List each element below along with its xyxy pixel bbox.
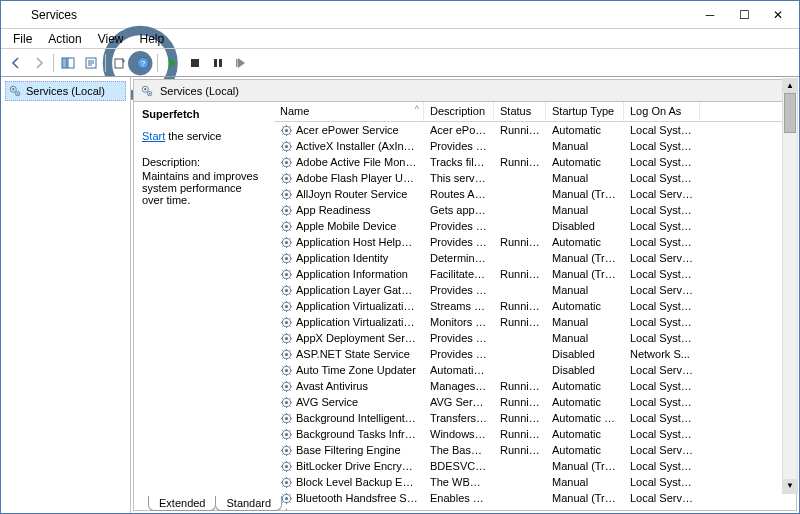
service-name-cell: BitLocker Drive Encryption S...	[274, 460, 424, 473]
gears-icon	[140, 84, 154, 98]
restart-service-button[interactable]	[230, 52, 252, 74]
service-row[interactable]: Auto Time Zone Updater Automatical... Di…	[274, 362, 796, 378]
column-name[interactable]: Name	[274, 102, 424, 121]
menu-file[interactable]: File	[5, 30, 40, 48]
scroll-thumb[interactable]	[784, 93, 796, 133]
service-action: Start the service	[142, 130, 266, 142]
scroll-down-arrow[interactable]: ▼	[783, 479, 797, 493]
service-row[interactable]: Bluetooth Support Service The Bluetoo...…	[274, 506, 796, 510]
service-startup-cell: Manual	[546, 284, 624, 296]
scroll-up-arrow[interactable]: ▲	[783, 79, 797, 93]
show-hide-tree-button[interactable]	[57, 52, 79, 74]
service-row[interactable]: Apple Mobile Device Provides the... Disa…	[274, 218, 796, 234]
service-startup-cell: Automatic	[546, 156, 624, 168]
tab-standard[interactable]: Standard	[215, 496, 282, 511]
service-row[interactable]: Application Layer Gateway S... Provides …	[274, 282, 796, 298]
service-name-cell: Background Tasks Infrastruc...	[274, 428, 424, 441]
service-startup-cell: Automatic	[546, 300, 624, 312]
service-row[interactable]: ActiveX Installer (AxInstSV) Provides Us…	[274, 138, 796, 154]
service-name-cell: Application Virtualization Se...	[274, 316, 424, 329]
help-button[interactable]: ?	[132, 52, 154, 74]
menu-help[interactable]: Help	[132, 30, 173, 48]
service-name-cell: AllJoyn Router Service	[274, 188, 424, 201]
service-status-cell: Running	[494, 396, 546, 408]
service-startup-cell: Manual (Trig...	[546, 508, 624, 510]
service-row[interactable]: ASP.NET State Service Provides su... Dis…	[274, 346, 796, 362]
service-row[interactable]: Application Virtualization Se... Monitor…	[274, 314, 796, 330]
service-row[interactable]: BitLocker Drive Encryption S... BDESVC h…	[274, 458, 796, 474]
service-row[interactable]: Adobe Active File Monitor V8 Tracks file…	[274, 154, 796, 170]
menu-action[interactable]: Action	[40, 30, 89, 48]
window-title: Services	[31, 8, 693, 22]
service-startup-cell: Manual (Trig...	[546, 252, 624, 264]
service-desc-cell: Gets apps r...	[424, 204, 494, 216]
column-startup[interactable]: Startup Type	[546, 102, 624, 121]
service-name-cell: ASP.NET State Service	[274, 348, 424, 361]
pause-service-button[interactable]	[207, 52, 229, 74]
service-row[interactable]: App Readiness Gets apps r... Manual Loca…	[274, 202, 796, 218]
content-title: Services (Local)	[160, 85, 239, 97]
service-name-cell: Apple Mobile Device	[274, 220, 424, 233]
service-row[interactable]: Avast Antivirus Manages an... Running Au…	[274, 378, 796, 394]
service-row[interactable]: Application Virtualization Cli... Stream…	[274, 298, 796, 314]
service-startup-cell: Automatic	[546, 236, 624, 248]
service-row[interactable]: AllJoyn Router Service Routes AllJo... M…	[274, 186, 796, 202]
service-status-cell: Running	[494, 156, 546, 168]
properties-button[interactable]	[80, 52, 102, 74]
service-startup-cell: Automatic	[546, 396, 624, 408]
menu-view[interactable]: View	[90, 30, 132, 48]
service-logon-cell: Local System	[624, 156, 700, 168]
export-list-button[interactable]	[109, 52, 131, 74]
tab-extended[interactable]: Extended	[148, 496, 216, 511]
service-row[interactable]: AppX Deployment Service (A... Provides i…	[274, 330, 796, 346]
service-startup-cell: Manual	[546, 476, 624, 488]
service-logon-cell: Local System	[624, 428, 700, 440]
close-button[interactable]: ✕	[761, 4, 795, 26]
service-row[interactable]: Application Information Facilitates t...…	[274, 266, 796, 282]
minimize-button[interactable]: ─	[693, 4, 727, 26]
service-row[interactable]: Background Tasks Infrastruc... Windows i…	[274, 426, 796, 442]
column-description[interactable]: Description	[424, 102, 494, 121]
service-row[interactable]: Application Identity Determines ... Manu…	[274, 250, 796, 266]
column-status[interactable]: Status	[494, 102, 546, 121]
list-rows: Acer ePower Service Acer ePower... Runni…	[274, 122, 796, 510]
service-startup-cell: Manual	[546, 172, 624, 184]
service-startup-cell: Manual (Trig...	[546, 268, 624, 280]
service-name-cell: App Readiness	[274, 204, 424, 217]
service-desc-cell: AVG Service	[424, 396, 494, 408]
gear-icon	[280, 236, 293, 249]
service-row[interactable]: Background Intelligent Trans... Transfer…	[274, 410, 796, 426]
service-logon-cell: Local System	[624, 236, 700, 248]
service-startup-cell: Manual	[546, 316, 624, 328]
toolbar: ?	[1, 49, 799, 77]
service-logon-cell: Local System	[624, 412, 700, 424]
start-link[interactable]: Start	[142, 130, 165, 142]
service-logon-cell: Local System	[624, 220, 700, 232]
service-logon-cell: Local System	[624, 316, 700, 328]
back-button[interactable]	[5, 52, 27, 74]
service-row[interactable]: Base Filtering Engine The Base Fil... Ru…	[274, 442, 796, 458]
maximize-button[interactable]: ☐	[727, 4, 761, 26]
service-row[interactable]: Application Host Helper Serv... Provides…	[274, 234, 796, 250]
start-service-button[interactable]	[161, 52, 183, 74]
tree-node-services-local[interactable]: Services (Local)	[5, 81, 126, 101]
action-suffix: the service	[165, 130, 221, 142]
service-startup-cell: Automatic	[546, 428, 624, 440]
gear-icon	[280, 220, 293, 233]
service-desc-cell: Facilitates t...	[424, 268, 494, 280]
gear-icon	[280, 316, 293, 329]
column-logon[interactable]: Log On As	[624, 102, 700, 121]
stop-service-button[interactable]	[184, 52, 206, 74]
gear-icon	[280, 412, 293, 425]
menubar: File Action View Help	[1, 29, 799, 49]
service-row[interactable]: Acer ePower Service Acer ePower... Runni…	[274, 122, 796, 138]
service-status-cell: Running	[494, 316, 546, 328]
service-logon-cell: Network S...	[624, 348, 700, 360]
service-row[interactable]: Bluetooth Handsfree Service Enables wir.…	[274, 490, 796, 506]
service-row[interactable]: Adobe Flash Player Update S... This serv…	[274, 170, 796, 186]
vertical-scrollbar[interactable]: ▲ ▼	[782, 78, 798, 494]
service-row[interactable]: AVG Service AVG Service Running Automati…	[274, 394, 796, 410]
service-row[interactable]: Block Level Backup Engine S... The WBENG…	[274, 474, 796, 490]
forward-button[interactable]	[28, 52, 50, 74]
app-icon	[9, 7, 25, 23]
